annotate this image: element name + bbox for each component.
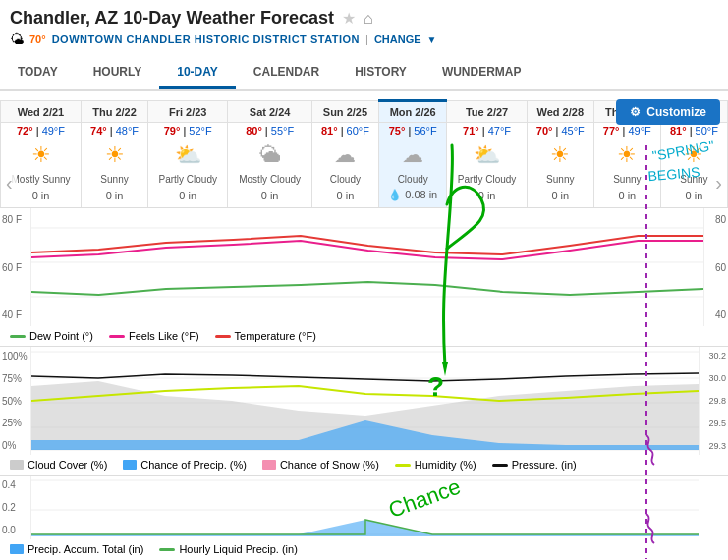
nav-next-arrow[interactable]: › xyxy=(711,170,726,196)
icon-wed228: ☀ xyxy=(550,142,570,167)
chart1-right-label-80: 80 xyxy=(706,214,726,225)
temps-row: 72° | 49°F 74° | 48°F 79° | 52°F 80° | 5… xyxy=(1,123,728,140)
tab-calendar[interactable]: CALENDAR xyxy=(236,57,337,89)
cloudcover-label: Cloud Cover (%) xyxy=(28,459,107,471)
chance-snow-label: Chance of Snow (%) xyxy=(280,459,379,471)
hourly-precip-label: Hourly Liquid Precip. (in) xyxy=(179,543,297,555)
star-icon[interactable]: ★ xyxy=(342,9,356,28)
icon-wed221: ☀ xyxy=(31,142,51,167)
icon-sat224: 🌥 xyxy=(259,142,281,167)
accum-legend: Precip. Accum. Total (in) Hourly Liquid … xyxy=(0,539,728,559)
accum-chart-section: 0.4 0.2 0.0 Precip. Ac xyxy=(0,475,728,559)
legend-pressure: Pressure. (in) xyxy=(492,459,577,471)
accum-chart-svg xyxy=(31,476,699,539)
humidity-swatch xyxy=(395,464,411,467)
pressure-swatch xyxy=(492,464,508,467)
legend-accum-total: Precip. Accum. Total (in) xyxy=(10,543,143,555)
tab-hourly[interactable]: HOURLY xyxy=(76,57,160,89)
tab-bar: TODAY HOURLY 10-DAY CALENDAR HISTORY WUN… xyxy=(0,57,728,91)
icon-mon226: ☁ xyxy=(402,142,423,167)
feelslike-label: Feels Like (°F) xyxy=(129,330,199,342)
chance-precip-swatch xyxy=(123,460,137,470)
chart2-label-50: 50% xyxy=(2,396,28,407)
chance-precip-label: Chance of Precip. (%) xyxy=(140,459,247,471)
temp-sun-icon: 🌤 xyxy=(10,31,24,47)
legend-dewpoint: Dew Point (°) xyxy=(10,330,93,342)
chart2-right-label-295: 29.5 xyxy=(701,419,726,428)
icon-fri223: ⛅ xyxy=(175,142,201,167)
tab-history[interactable]: HISTORY xyxy=(337,57,424,89)
legend-temperature: Temperature (°F) xyxy=(215,330,316,342)
date-sun225: Sun 2/25 xyxy=(311,101,378,123)
legend-cloudcover: Cloud Cover (%) xyxy=(10,459,107,471)
feelslike-swatch xyxy=(109,335,125,338)
icon-sun225: ☁ xyxy=(334,142,356,167)
tab-today[interactable]: TODAY xyxy=(0,57,76,89)
chart1-label-40: 40 F xyxy=(2,309,28,320)
icon-fri31: ☀ xyxy=(684,142,703,167)
date-thu222: Thu 2/22 xyxy=(82,101,148,123)
temperature-label: Temperature (°F) xyxy=(235,330,316,342)
legend-chance-snow: Chance of Snow (%) xyxy=(262,459,379,471)
temp-chart-svg xyxy=(31,208,703,326)
nav-prev-arrow[interactable]: ‹ xyxy=(2,170,17,196)
customize-button[interactable]: ⚙ Customize xyxy=(616,99,720,125)
chart2-right-label-302: 30.2 xyxy=(701,351,726,361)
current-temp: 70° xyxy=(29,33,46,45)
dewpoint-swatch xyxy=(10,335,26,338)
precip-legend: Cloud Cover (%) Chance of Precip. (%) Ch… xyxy=(0,455,728,475)
chart3-label-00: 0.0 xyxy=(2,525,28,535)
main-content: ⚙ Customize ‹ › Wed 2/21 Thu 2/22 Fri 2/… xyxy=(0,91,728,559)
chevron-down-icon: ▼ xyxy=(427,34,437,45)
gear-icon: ⚙ xyxy=(630,105,641,119)
chart3-label-02: 0.2 xyxy=(2,502,28,513)
hourly-precip-swatch xyxy=(159,548,175,551)
chart2-right-label-300: 30.0 xyxy=(701,373,726,383)
chart2-label-25: 25% xyxy=(2,418,28,428)
date-tue227: Tue 2/27 xyxy=(447,101,527,123)
icon-thu229: ☀ xyxy=(617,142,637,167)
chart2-right-label-298: 29.8 xyxy=(701,396,726,406)
change-link[interactable]: CHANGE xyxy=(374,33,421,45)
location-text: DOWNTOWN CHANDLER HISTORIC DISTRICT STAT… xyxy=(52,33,360,45)
desc-row: Mostly Sunny Sunny Partly Cloudy Mostly … xyxy=(1,172,728,187)
page-header: Chandler, AZ 10-Day Weather Forecast ★ ⌂… xyxy=(0,0,728,91)
cloudcover-swatch xyxy=(10,460,24,470)
page-title: Chandler, AZ 10-Day Weather Forecast xyxy=(10,8,334,28)
accum-swatch xyxy=(10,544,24,554)
precip-chart-section: 100% 75% 50% 25% 0% xyxy=(0,346,728,475)
humidity-label: Humidity (%) xyxy=(415,459,476,471)
chance-snow-swatch xyxy=(262,460,276,470)
legend-humidity: Humidity (%) xyxy=(395,459,476,471)
separator: | xyxy=(365,33,368,45)
legend-feelslike: Feels Like (°F) xyxy=(109,330,199,342)
chart1-right-label-40: 40 xyxy=(706,309,726,320)
chart2-right-label-293: 29.3 xyxy=(701,441,726,451)
temperature-swatch xyxy=(215,335,231,338)
legend-chance-precip: Chance of Precip. (%) xyxy=(123,459,247,471)
precip-chart-svg xyxy=(31,347,699,455)
date-wed228: Wed 2/28 xyxy=(527,101,593,123)
chart1-label-60: 60 F xyxy=(2,262,28,273)
date-mon226: Mon 2/26 xyxy=(378,101,446,123)
date-sat224: Sat 2/24 xyxy=(228,101,312,123)
chart2-label-75: 75% xyxy=(2,373,28,384)
precip-row: 0 in 0 in 0 in 0 in 0 in 💧 0.08 in 0 in … xyxy=(1,187,728,207)
dewpoint-label: Dew Point (°) xyxy=(29,330,93,342)
chart2-label-0: 0% xyxy=(2,440,28,451)
icons-row: ☀ ☀ ⛅ 🌥 ☁ ☁ ⛅ ☀ ☀ ☀ xyxy=(1,139,728,172)
tab-10day[interactable]: 10-DAY xyxy=(159,57,236,89)
chart3-label-04: 0.4 xyxy=(2,479,28,490)
chart1-label-80: 80 F xyxy=(2,214,28,225)
icon-tue227: ⛅ xyxy=(474,142,500,167)
pressure-label: Pressure. (in) xyxy=(512,459,577,471)
temp-chart-section: 80 F 60 F 40 F 80 xyxy=(0,207,728,346)
chart1-right-label-60: 60 xyxy=(706,262,726,273)
accum-label: Precip. Accum. Total (in) xyxy=(28,543,143,555)
legend-hourly-precip: Hourly Liquid Precip. (in) xyxy=(159,543,297,555)
temp-legend: Dew Point (°) Feels Like (°F) Temperatur… xyxy=(0,326,728,346)
tab-wundermap[interactable]: WUNDERMAP xyxy=(424,57,539,89)
home-icon[interactable]: ⌂ xyxy=(364,10,373,28)
date-wed221: Wed 2/21 xyxy=(1,101,82,123)
date-fri223: Fri 2/23 xyxy=(148,101,228,123)
